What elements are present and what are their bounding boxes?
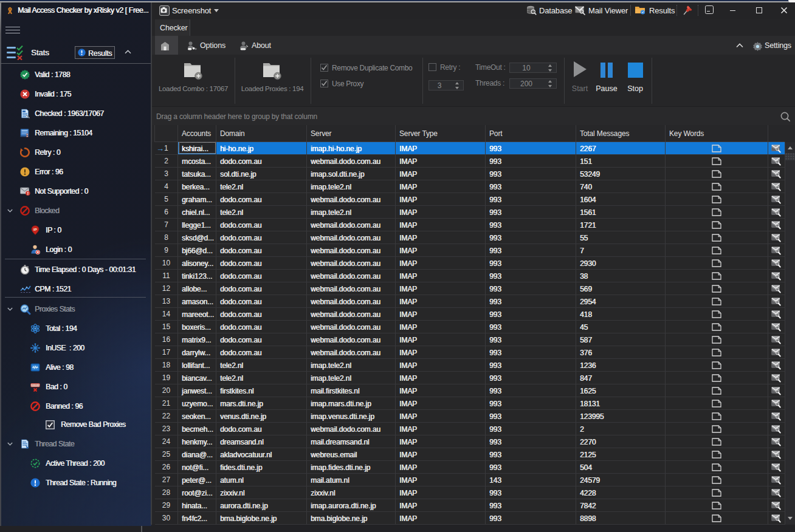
svg-text:IP: IP — [33, 227, 37, 231]
